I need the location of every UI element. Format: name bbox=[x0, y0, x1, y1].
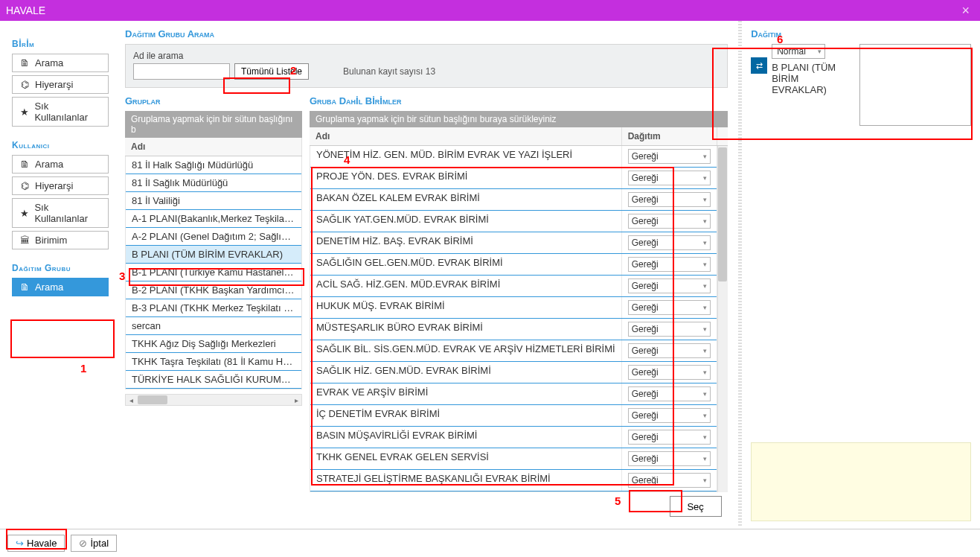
unit-dist-select[interactable]: Gereği bbox=[628, 235, 711, 250]
units-col-adi[interactable]: Adı bbox=[310, 127, 622, 145]
list-all-button[interactable]: Tümünü Listele bbox=[234, 63, 309, 80]
group-row[interactable]: TKHK Ağız Diş Sağlığı Merkezleri bbox=[126, 335, 301, 353]
unit-dist-cell: Gereği bbox=[621, 146, 717, 167]
group-row[interactable]: sercan bbox=[126, 317, 301, 335]
unit-dist-cell: Gereği bbox=[621, 276, 717, 296]
group-row[interactable]: A-2 PLANI (Genel Dağıtım 2; Sağlık Bakan… bbox=[126, 228, 301, 246]
kullanici-arama-label: Arama bbox=[35, 159, 63, 170]
scroll-thumb[interactable] bbox=[718, 147, 727, 281]
unit-row[interactable]: SAĞLIK BİL. SİS.GEN.MÜD. EVRAK VE ARŞİV … bbox=[310, 340, 717, 362]
kullanici-birimim-button[interactable]: 🏛 Birimim bbox=[12, 231, 109, 249]
units-v-scroll[interactable] bbox=[717, 146, 728, 492]
unit-dist-select[interactable]: Gereği bbox=[628, 343, 711, 358]
unit-dist-select[interactable]: Gereği bbox=[628, 473, 711, 488]
right-panel: Dağıtım ⇄ Normal B PLANI (TÜM BİRİM EVRA… bbox=[742, 21, 980, 526]
unit-dist-select[interactable]: Gereği bbox=[628, 386, 711, 401]
unit-dist-select[interactable]: Gereği bbox=[628, 171, 711, 185]
unit-row[interactable]: ACİL SAĞ. HİZ.GEN. MÜD.EVRAK BİRİMİGereğ… bbox=[310, 276, 717, 297]
unit-name-cell: SAĞLIĞIN GEL.GEN.MÜD. EVRAK BİRİMİ bbox=[310, 254, 621, 275]
birim-arama-label: Arama bbox=[35, 57, 63, 69]
unit-dist-cell: Gereği bbox=[621, 470, 717, 491]
kullanici-sik-button[interactable]: ★ Sık Kullanılanlar bbox=[12, 198, 109, 228]
unit-row[interactable]: EVRAK VE ARŞİV BİRİMİGereği bbox=[310, 383, 717, 405]
unit-row[interactable]: PROJE YÖN. DES. EVRAK BİRİMİGereği bbox=[310, 168, 717, 189]
doc-search-icon: 🗎 bbox=[19, 281, 31, 293]
unit-row[interactable]: BAKAN ÖZEL KALEM EVRAK BİRİMİGereği bbox=[310, 189, 717, 211]
unit-row[interactable]: SAĞLIK HİZ. GEN.MÜD. EVRAK BİRİMİGereği bbox=[310, 362, 717, 383]
unit-dist-select[interactable]: Gereği bbox=[628, 278, 711, 293]
unit-row[interactable]: HUKUK MÜŞ. EVRAK BİRİMİGereği bbox=[310, 297, 717, 319]
group-row[interactable]: B-1 PLANI (Türkiye Kamu Hastaneleri Kuru… bbox=[126, 264, 301, 281]
scroll-right-icon[interactable]: ▸ bbox=[291, 396, 301, 404]
unit-dist-select[interactable]: Gereği bbox=[628, 192, 711, 207]
unit-dist-cell: Gereği bbox=[621, 168, 717, 188]
unit-dist-select[interactable]: Gereği bbox=[628, 451, 711, 466]
unit-row[interactable]: SAĞLIK YAT.GEN.MÜD. EVRAK BİRİMİGereği bbox=[310, 211, 717, 232]
groups-h-scroll[interactable]: ◂ ▸ bbox=[125, 394, 302, 406]
select-button[interactable]: Seç bbox=[670, 496, 722, 517]
window-title: HAVALE bbox=[6, 4, 45, 16]
unit-row[interactable]: İÇ DENETİM EVRAK BİRİMİGereği bbox=[310, 405, 717, 427]
unit-name-cell: SAĞLIK BİL. SİS.GEN.MÜD. EVRAK VE ARŞİV … bbox=[310, 340, 621, 361]
kullanici-hiyerarsi-button[interactable]: ⌬ Hiyerarşi bbox=[12, 176, 109, 195]
iptal-button[interactable]: ⊘ İptal bbox=[71, 535, 117, 552]
unit-row[interactable]: SAĞLIĞIN GEL.GEN.MÜD. EVRAK BİRİMİGereği bbox=[310, 254, 717, 276]
havale-button[interactable]: ↪ Havale bbox=[7, 535, 65, 552]
group-row[interactable]: B-3 PLANI (TKHK Merkez Teşkilatı Genel D… bbox=[126, 299, 301, 317]
group-row[interactable]: TKHK Taşra Teşkilatı (81 İl Kamu Hastane… bbox=[126, 353, 301, 371]
unit-dist-select[interactable]: Gereği bbox=[628, 257, 711, 272]
group-row[interactable]: B-2 PLANI (TKHK Başkan Yardımcılıklarına… bbox=[126, 281, 301, 299]
unit-dist-select[interactable]: Gereği bbox=[628, 408, 711, 423]
birim-arama-button[interactable]: 🗎 Arama bbox=[12, 54, 109, 72]
dist-type-value: Normal bbox=[777, 46, 806, 57]
unit-dist-select[interactable]: Gereği bbox=[628, 300, 711, 315]
group-row[interactable]: 81 İl Halk Sağlığı Müdürlüğü bbox=[126, 156, 301, 174]
groups-col-adi[interactable]: Adı bbox=[125, 138, 302, 156]
dagitim-arama-button[interactable]: 🗎 Arama bbox=[12, 278, 109, 296]
kullanici-arama-button[interactable]: 🗎 Arama bbox=[12, 155, 109, 174]
search-input[interactable] bbox=[133, 63, 230, 80]
search-section-title: Dağıtım Grubu Arama bbox=[125, 28, 728, 39]
unit-row[interactable]: YÖNETİM HİZ. GEN. MÜD. BİRİM EVRAK VE YA… bbox=[310, 146, 717, 168]
group-row[interactable]: TÜRKİYE HALK SAĞLIĞI KURUMU (B PLANI) bbox=[126, 371, 301, 389]
doc-search-icon: 🗎 bbox=[19, 159, 31, 170]
group-row[interactable]: A-1 PLANI(Bakanlık,Merkez Teşkilat ve Ba… bbox=[126, 210, 301, 228]
dist-type-select[interactable]: Normal bbox=[772, 44, 825, 59]
units-group-hint: Gruplama yapmak için bir sütun başlığını… bbox=[310, 111, 728, 127]
group-row[interactable]: 81 İl Sağlık Müdürlüğü bbox=[126, 174, 301, 192]
footer: ↪ Havale ⊘ İptal bbox=[0, 529, 980, 557]
group-row[interactable]: 81 İl Valiliği bbox=[126, 192, 301, 210]
unit-dist-select[interactable]: Gereği bbox=[628, 214, 711, 229]
section-birim-title: Bİrİm bbox=[12, 39, 109, 49]
birim-hiyerarsi-button[interactable]: ⌬ Hiyerarşi bbox=[12, 75, 109, 94]
group-row[interactable]: B PLANI (TÜM BİRİM EVRAKLAR) bbox=[126, 246, 301, 264]
scroll-thumb[interactable] bbox=[138, 395, 167, 404]
groups-list: 81 İl Halk Sağlığı Müdürlüğü81 İl Sağlık… bbox=[125, 156, 302, 389]
dist-note-input[interactable] bbox=[859, 44, 971, 126]
dist-transfer-icon[interactable]: ⇄ bbox=[751, 57, 767, 74]
unit-dist-select[interactable]: Gereği bbox=[628, 430, 711, 445]
unit-row[interactable]: TKHK GENEL EVRAK GELEN SERVİSİGereği bbox=[310, 448, 717, 470]
unit-name-cell: DENETİM HİZ. BAŞ. EVRAK BİRİMİ bbox=[310, 232, 621, 253]
unit-dist-select[interactable]: Gereği bbox=[628, 322, 711, 337]
unit-name-cell: STRATEJİ GELİŞTİRME BAŞKANLIĞI EVRAK BİR… bbox=[310, 470, 621, 491]
units-col-dagitim[interactable]: Dağıtım bbox=[622, 127, 717, 145]
unit-name-cell: SAĞLIK HİZ. GEN.MÜD. EVRAK BİRİMİ bbox=[310, 362, 621, 383]
unit-dist-select[interactable]: Gereği bbox=[628, 149, 711, 164]
close-icon[interactable]: × bbox=[957, 3, 974, 19]
search-label: Ad ile arama bbox=[133, 51, 720, 61]
scroll-left-icon[interactable]: ◂ bbox=[126, 396, 136, 404]
note-pad[interactable] bbox=[751, 442, 971, 521]
unit-dist-cell: Gereği bbox=[621, 211, 717, 232]
unit-name-cell: BAKAN ÖZEL KALEM EVRAK BİRİMİ bbox=[310, 189, 621, 210]
unit-name-cell: YÖNETİM HİZ. GEN. MÜD. BİRİM EVRAK VE YA… bbox=[310, 146, 621, 167]
unit-dist-select[interactable]: Gereği bbox=[628, 365, 711, 380]
unit-name-cell: İÇ DENETİM EVRAK BİRİMİ bbox=[310, 405, 621, 426]
birim-sik-button[interactable]: ★ Sık Kullanılanlar bbox=[12, 97, 109, 127]
unit-row[interactable]: STRATEJİ GELİŞTİRME BAŞKANLIĞI EVRAK BİR… bbox=[310, 470, 717, 491]
center-panel: Dağıtım Grubu Arama Ad ile arama Tümünü … bbox=[115, 21, 738, 526]
unit-row[interactable]: MÜSTEŞARLIK BÜRO EVRAK BİRİMİGereği bbox=[310, 319, 717, 340]
unit-row[interactable]: BASIN MÜŞAVİRLİĞİ EVRAK BİRİMİGereği bbox=[310, 427, 717, 448]
cancel-icon: ⊘ bbox=[79, 538, 87, 549]
unit-row[interactable]: DENETİM HİZ. BAŞ. EVRAK BİRİMİGereği bbox=[310, 232, 717, 254]
